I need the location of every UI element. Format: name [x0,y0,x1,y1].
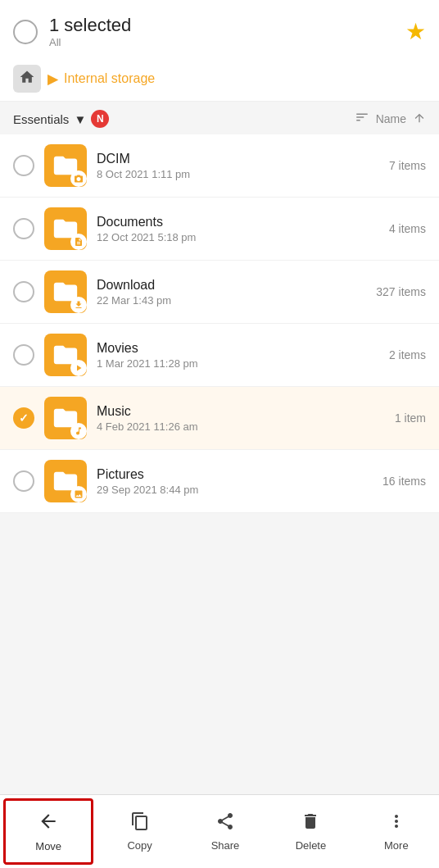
header: 1 selected All ★ [0,0,439,57]
list-item[interactable]: Documents 12 Oct 2021 5:18 pm 4 items [0,198,439,261]
item-name: DCIM [97,152,379,166]
select-all-checkbox[interactable] [13,20,38,44]
breadcrumb: ▶ Internal storage [0,57,439,102]
list-item[interactable]: Movies 1 Mar 2021 11:28 pm 2 items [0,324,439,387]
share-label: Share [211,839,240,852]
bottom-toolbar: Move Copy Share Delete More [0,794,439,868]
file-list: DCIM 8 Oct 2021 1:11 pm 7 items Document… [0,134,439,513]
sort-direction-icon [413,111,426,127]
sort-lines-icon [355,110,369,128]
item-count: 2 items [389,348,426,361]
essentials-filter-button[interactable]: Essentials ▼ N [13,110,109,128]
item-name: Download [97,278,366,293]
essentials-badge: N [91,110,109,128]
item-date: 8 Oct 2021 1:11 pm [97,168,379,180]
item-info: Movies 1 Mar 2021 11:28 pm [97,341,379,370]
breadcrumb-arrow: ▶ [48,71,57,87]
dropdown-icon: ▼ [74,112,86,126]
sort-controls[interactable]: Name [355,110,426,128]
item-checkbox[interactable] [13,155,34,176]
move-icon [38,811,59,837]
list-item[interactable]: Download 22 Mar 1:43 pm 327 items [0,261,439,324]
all-label: All [49,36,131,48]
copy-label: Copy [127,839,152,852]
essentials-label: Essentials [13,112,69,126]
selected-count: 1 selected [49,15,131,36]
toolbar-more[interactable]: More [354,795,439,868]
folder-icon [44,207,87,250]
home-icon [19,69,35,89]
list-item[interactable]: DCIM 8 Oct 2021 1:11 pm 7 items [0,134,439,198]
item-checkbox[interactable] [13,344,34,366]
item-checkbox[interactable] [13,281,34,302]
item-count: 327 items [376,285,426,298]
item-count: 7 items [389,159,426,172]
list-item[interactable]: ✓ Music 4 Feb 2021 11:26 am 1 item [0,387,439,450]
item-info: Download 22 Mar 1:43 pm [97,278,366,307]
item-count: 4 items [389,222,426,235]
sort-bar: Essentials ▼ N Name [0,102,439,134]
item-count: 16 items [382,475,426,488]
item-date: 29 Sep 2021 8:44 pm [97,484,373,496]
item-date: 12 Oct 2021 5:18 pm [97,231,379,243]
sort-label: Name [376,112,406,125]
item-date: 1 Mar 2021 11:28 pm [97,357,379,370]
toolbar-share[interactable]: Share [183,795,268,868]
item-checkbox[interactable] [13,470,34,492]
more-icon [387,811,406,836]
delete-label: Delete [296,839,327,852]
move-label: Move [35,840,61,852]
folder-icon [44,270,87,313]
item-date: 4 Feb 2021 11:26 am [97,420,385,433]
item-name: Music [97,404,385,419]
item-count: 1 item [395,411,426,425]
folder-icon [44,397,87,439]
item-name: Movies [97,341,379,356]
item-name: Documents [97,215,379,229]
home-icon-box[interactable] [13,65,41,93]
toolbar-copy[interactable]: Copy [97,795,182,868]
more-label: More [384,839,409,852]
breadcrumb-path[interactable]: Internal storage [64,71,155,86]
toolbar-move[interactable]: Move [3,798,93,865]
item-info: Documents 12 Oct 2021 5:18 pm [97,215,379,243]
header-title-block: 1 selected All [49,15,131,48]
share-icon [215,811,235,836]
folder-icon [44,460,87,502]
folder-icon [44,144,87,187]
folder-icon [44,334,87,376]
star-icon[interactable]: ★ [405,18,426,45]
item-info: Pictures 29 Sep 2021 8:44 pm [97,467,373,496]
header-left: 1 selected All [13,15,131,48]
item-info: Music 4 Feb 2021 11:26 am [97,404,385,433]
copy-icon [130,811,150,836]
item-checkbox[interactable] [13,218,34,239]
item-name: Pictures [97,467,373,482]
item-checkbox[interactable]: ✓ [13,407,34,429]
delete-icon [301,811,320,836]
list-item[interactable]: Pictures 29 Sep 2021 8:44 pm 16 items [0,450,439,513]
item-date: 22 Mar 1:43 pm [97,294,366,307]
item-info: DCIM 8 Oct 2021 1:11 pm [97,152,379,180]
toolbar-delete[interactable]: Delete [268,795,353,868]
